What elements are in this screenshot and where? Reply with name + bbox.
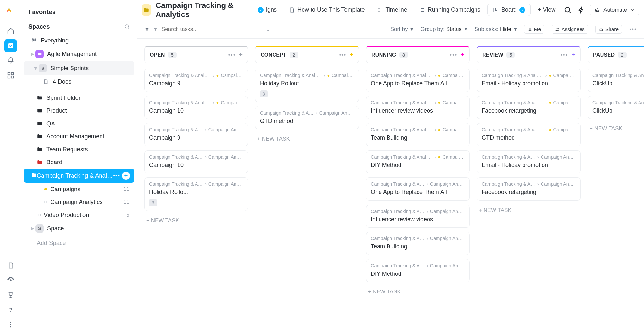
sidebar-item-everything[interactable]: Everything: [24, 34, 134, 47]
task-card[interactable]: Campaign Tracking & Analyti…›●Campaig…Ca…: [144, 69, 248, 92]
rail-tasks-icon[interactable]: [4, 39, 17, 52]
clickup-logo[interactable]: [5, 6, 16, 17]
task-card[interactable]: Campaign Tracking & Analyti…›●Campaig…Ca…: [144, 96, 248, 119]
arrow-right-icon: ›: [519, 7, 525, 13]
column-header[interactable]: PAUSED 2 ••• +: [588, 46, 644, 63]
card-title: GTD method: [260, 117, 354, 125]
automate-button[interactable]: Automate: [590, 5, 639, 15]
bolt-icon[interactable]: [576, 5, 586, 15]
add-task-icon[interactable]: +: [239, 51, 243, 59]
svg-point-22: [596, 10, 597, 10]
add-icon[interactable]: +: [122, 172, 130, 180]
rail-home-icon[interactable]: [4, 24, 17, 37]
sidebar-item-product[interactable]: Product: [24, 104, 134, 117]
sidebar-item-account-management[interactable]: Account Management: [24, 130, 134, 143]
sidebar-item-qa[interactable]: QA: [24, 117, 134, 130]
board-column: OPEN 5 ••• + Campaign Tracking & Analyti…: [144, 46, 248, 326]
assignees-button[interactable]: Assignees: [552, 25, 588, 34]
rail-docs-icon[interactable]: [4, 259, 17, 272]
sort-by-button[interactable]: Sort by ▾: [390, 26, 414, 32]
new-task-button[interactable]: + NEW TASK: [588, 123, 644, 134]
task-card[interactable]: Campaign Tracking & Analyti…›●Campaig…On…: [366, 69, 470, 92]
task-card[interactable]: Campaign Tracking & Analyti…›●Campaig…Fa…: [477, 96, 581, 119]
add-view-button[interactable]: + View: [533, 4, 561, 16]
add-task-icon[interactable]: +: [460, 51, 464, 59]
task-card[interactable]: Campaign Tracking & An…›Campaign Anal…On…: [366, 177, 470, 201]
search-icon[interactable]: [562, 5, 573, 15]
new-task-button[interactable]: + NEW TASK: [477, 205, 581, 216]
subtasks-button[interactable]: Subtasks: Hide ▾: [475, 26, 517, 32]
more-icon[interactable]: •••: [339, 52, 347, 58]
column-header[interactable]: CONCEPT 2 ••• +: [255, 46, 359, 63]
search-input[interactable]: [161, 26, 232, 32]
sidebar-item-campaign-tracking[interactable]: Campaign Tracking & Analy… ••• +: [24, 169, 134, 183]
new-task-button[interactable]: + NEW TASK: [144, 215, 248, 227]
sidebar-item-agile[interactable]: ▸ Agile Management: [24, 47, 134, 61]
tab-board[interactable]: Board ›: [487, 4, 531, 16]
sidebar-item-docs[interactable]: 4 Docs: [24, 75, 134, 88]
task-card[interactable]: Campaign Tracking & An…›Campaign Anal…Ca…: [144, 150, 248, 174]
rail-goals-icon[interactable]: [4, 289, 17, 301]
tab-timeline[interactable]: Timeline: [372, 4, 412, 16]
task-card[interactable]: Campaign Tracking & Analyti…›●Campaig…DI…: [366, 150, 470, 174]
sidebar-item-sprint-folder[interactable]: Sprint Folder: [24, 91, 134, 104]
task-card[interactable]: Campaign Tracking & An…›Campaign Anal…Em…: [477, 150, 581, 174]
task-card[interactable]: Campaign Tracking & AnaClickUp: [588, 69, 644, 92]
sidebar-item-space[interactable]: ▸ S Space: [24, 221, 134, 236]
rail-pulse-icon[interactable]: [4, 274, 17, 287]
column-header[interactable]: OPEN 5 ••• +: [144, 46, 248, 63]
task-card[interactable]: Campaign Tracking & Analyti…›●Campaig…Ho…: [255, 69, 359, 102]
chevron-down-icon[interactable]: ⌄: [266, 26, 270, 32]
task-card[interactable]: Campaign Tracking & An…›Campaign Anal…Ho…: [144, 177, 248, 211]
task-card[interactable]: Campaign Tracking & Analyti…›●Campaig…Em…: [477, 69, 581, 92]
tab-igns[interactable]: ‹ igns: [253, 4, 282, 16]
tab-howto[interactable]: How to Use This Template: [284, 4, 370, 16]
filter-chevron-icon[interactable]: ▾: [154, 26, 157, 32]
sidebar-item-board[interactable]: Board: [24, 156, 134, 169]
card-title: One App to Replace Them All: [371, 189, 465, 196]
more-icon[interactable]: •••: [113, 172, 120, 179]
group-by-button[interactable]: Group by: Status ▾: [420, 26, 467, 32]
card-breadcrumb: Campaign Tracking & An…›Campaign Anal…: [149, 154, 243, 160]
task-card[interactable]: Campaign Tracking & An…›Campaign Anal…In…: [366, 205, 470, 228]
task-card[interactable]: Campaign Tracking & AnaClickUp: [588, 96, 644, 119]
share-button[interactable]: Share: [595, 25, 622, 34]
task-card[interactable]: Campaign Tracking & Analyti…›●Campaig…Te…: [366, 123, 470, 146]
column-header[interactable]: REVIEW 5 ••• +: [477, 46, 581, 63]
sidebar-item-video-production[interactable]: Video Production 5: [24, 208, 134, 221]
more-icon[interactable]: •••: [561, 52, 568, 58]
rail-help-icon[interactable]: [4, 303, 17, 316]
task-card[interactable]: Campaign Tracking & Analyti…›●Campaig…In…: [366, 96, 470, 119]
sidebar-item-campaigns[interactable]: Campaigns 11: [24, 183, 134, 196]
sidebar-item-team-requests[interactable]: Team Requests: [24, 143, 134, 156]
board-area[interactable]: OPEN 5 ••• + Campaign Tracking & Analyti…: [137, 39, 644, 333]
more-icon[interactable]: •••: [629, 26, 637, 32]
task-card[interactable]: Campaign Tracking & An…›Campaign Anal…GT…: [255, 106, 359, 130]
new-task-button[interactable]: + NEW TASK: [255, 133, 359, 145]
add-task-icon[interactable]: +: [571, 51, 575, 59]
add-space-button[interactable]: Add Space: [21, 236, 137, 250]
me-filter-button[interactable]: Me: [524, 25, 545, 34]
more-icon[interactable]: •••: [228, 52, 236, 58]
sidebar-item-simple-sprints[interactable]: ▾ S Simple Sprints: [24, 61, 134, 75]
sidebar-spaces-header[interactable]: Spaces: [21, 19, 137, 34]
column-name: RUNNING: [371, 52, 396, 58]
task-card[interactable]: Campaign Tracking & An…›Campaign Anal…Ca…: [144, 123, 248, 146]
search-icon[interactable]: [124, 24, 130, 30]
rail-notifications-icon[interactable]: [4, 54, 17, 67]
rail-more-icon[interactable]: [4, 318, 17, 331]
task-card[interactable]: Campaign Tracking & An…›Campaign Anal…Te…: [366, 232, 470, 255]
column-name: PAUSED: [593, 52, 615, 58]
task-card[interactable]: Campaign Tracking & An…›Campaign Anal…DI…: [366, 259, 470, 282]
task-card[interactable]: Campaign Tracking & Analyti…›●Campaig…GT…: [477, 123, 581, 146]
task-card[interactable]: Campaign Tracking & An…›Campaign Anal…Fa…: [477, 177, 581, 201]
tab-running-campaigns[interactable]: Running Campaigns: [414, 4, 485, 16]
more-icon[interactable]: •••: [450, 52, 457, 58]
rail-apps-icon[interactable]: [4, 69, 17, 82]
new-task-button[interactable]: + NEW TASK: [366, 286, 470, 298]
sidebar-item-campaign-analytics[interactable]: Campaign Analytics 11: [24, 196, 134, 208]
sidebar-favorites-header[interactable]: Favorites: [21, 6, 137, 19]
filter-icon[interactable]: [144, 27, 149, 32]
column-header[interactable]: RUNNING 8 ••• +: [366, 46, 470, 63]
add-task-icon[interactable]: +: [350, 51, 353, 59]
